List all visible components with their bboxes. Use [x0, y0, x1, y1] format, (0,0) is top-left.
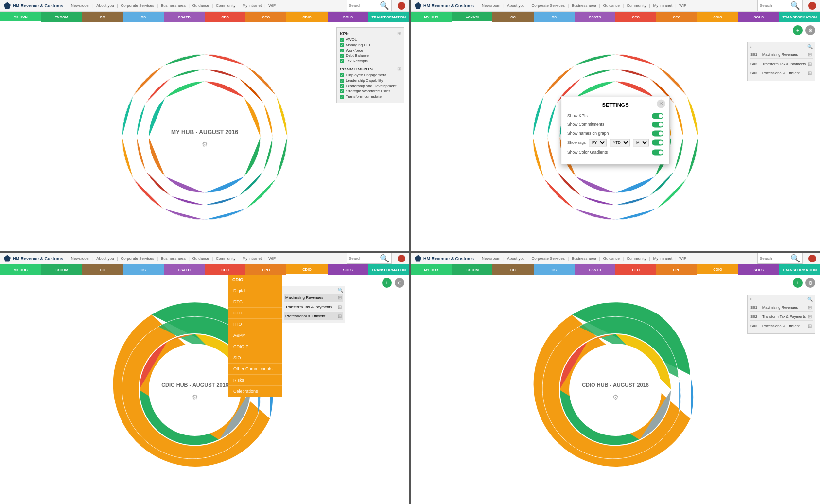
tab-cpo-br[interactable]: CPO: [656, 264, 697, 275]
tab-cdio[interactable]: CDIO: [286, 12, 327, 22]
nav-newsroom-bl[interactable]: Newsroom: [71, 256, 89, 261]
toggle-gradients[interactable]: [652, 149, 663, 155]
dropdown-item-other[interactable]: Other Commitments: [228, 364, 282, 375]
nav-guidance-bl[interactable]: Guidance: [192, 256, 209, 261]
tab-cfo-tr[interactable]: CFO: [615, 12, 656, 22]
nav-about[interactable]: About you: [96, 3, 114, 8]
kpis-expand-icon[interactable]: ⊞: [397, 31, 401, 36]
nav-community-bl[interactable]: Community: [216, 256, 235, 261]
tab-sols-br[interactable]: SOLS: [738, 264, 779, 275]
submenu-plus-maximising[interactable]: ⊞: [338, 295, 342, 300]
action-btn-plus-br[interactable]: +: [793, 278, 803, 288]
action-btn-settings-br[interactable]: ⚙: [805, 278, 815, 288]
nav-newsroom[interactable]: Newsroom: [71, 3, 89, 8]
tab-cpo-bl[interactable]: CPO: [245, 264, 286, 275]
nav-guidance-br[interactable]: Guidance: [603, 256, 620, 261]
tab-cc-br[interactable]: CC: [492, 264, 533, 275]
settings-close-button[interactable]: ×: [657, 99, 665, 108]
tab-cdio-br[interactable]: CDIO: [697, 264, 738, 275]
nav-corp[interactable]: Corporate Services: [121, 3, 154, 8]
nav-business-br[interactable]: Business area: [572, 256, 596, 261]
toggle-names[interactable]: [652, 130, 663, 136]
tab-cdio-tr[interactable]: CDIO: [697, 12, 738, 22]
nav-wip-br[interactable]: WIP: [679, 256, 686, 261]
action-btn-settings-tr[interactable]: ⚙: [805, 25, 815, 35]
search-input[interactable]: [349, 3, 378, 8]
s03-expand-br[interactable]: ⊞: [808, 323, 812, 329]
tab-myhub-br[interactable]: MY HUB: [411, 264, 452, 275]
tab-excom-bl[interactable]: EXCOM: [41, 264, 82, 275]
tab-transformation-tr[interactable]: TRANSFORMATION: [779, 12, 820, 22]
nav-corp-bl[interactable]: Corporate Services: [121, 256, 154, 261]
nav-intranet[interactable]: My intranet: [243, 3, 262, 8]
search-bar-br[interactable]: 🔍: [757, 253, 803, 264]
nav-wip-tr[interactable]: WIP: [679, 3, 686, 8]
s-legend-search-icon-br[interactable]: 🔍: [807, 297, 813, 302]
tab-excom-tr[interactable]: EXCOM: [452, 12, 492, 22]
settings-select-m[interactable]: M: [633, 139, 649, 146]
nav-business-tr[interactable]: Business area: [572, 3, 596, 8]
tab-sols[interactable]: SOLS: [328, 12, 368, 22]
nav-intranet-br[interactable]: My intranet: [653, 256, 673, 261]
tab-cc-bl[interactable]: CC: [82, 264, 122, 275]
search-input-br[interactable]: [760, 256, 789, 261]
dropdown-item-dtg[interactable]: DTG: [228, 296, 282, 308]
dropdown-item-cdiop[interactable]: CDIO-P: [228, 341, 282, 352]
nav-about-bl[interactable]: About you: [96, 256, 114, 261]
action-btn-settings-bl[interactable]: ⚙: [395, 278, 404, 288]
s01-expand-br[interactable]: ⊞: [808, 305, 812, 310]
search-input-bl[interactable]: [349, 256, 378, 261]
tab-cs[interactable]: CS: [123, 12, 164, 22]
tab-cstd[interactable]: CS&TD: [164, 12, 205, 22]
tab-sols-tr[interactable]: SOLS: [738, 12, 779, 22]
dropdown-item-digital[interactable]: Digital: [228, 285, 282, 296]
nav-wip[interactable]: WIP: [268, 3, 276, 8]
submenu-item-professional[interactable]: Professional & Efficient ⊞: [284, 312, 343, 320]
tab-transformation-bl[interactable]: TRANSFORMATION: [368, 264, 409, 275]
settings-select-ytd[interactable]: YTD: [610, 139, 630, 146]
tab-myhub-tr[interactable]: MY HUB: [411, 12, 452, 22]
dropdown-item-sio[interactable]: SIO: [228, 352, 282, 364]
dropdown-item-itio[interactable]: ITIO: [228, 319, 282, 330]
tab-cs-bl[interactable]: CS: [123, 264, 164, 275]
nav-about-tr[interactable]: About you: [507, 3, 524, 8]
dropdown-item-apm[interactable]: A&PM: [228, 330, 282, 341]
nav-newsroom-tr[interactable]: Newsroom: [482, 3, 500, 8]
nav-business-bl[interactable]: Business area: [161, 256, 186, 261]
tab-transformation-br[interactable]: TRANSFORMATION: [779, 264, 820, 275]
tab-cstd-br[interactable]: CS&TD: [575, 264, 615, 275]
s02-expand-br[interactable]: ⊞: [808, 314, 812, 319]
tab-excom[interactable]: EXCOM: [41, 12, 82, 22]
tab-cfo[interactable]: CFO: [205, 12, 245, 22]
s03-expand[interactable]: ⊞: [808, 70, 812, 76]
nav-community-tr[interactable]: Community: [627, 3, 646, 8]
nav-community-br[interactable]: Community: [627, 256, 646, 261]
tab-cc-tr[interactable]: CC: [492, 12, 533, 22]
nav-business[interactable]: Business area: [161, 3, 186, 8]
tab-cpo[interactable]: CPO: [245, 12, 286, 22]
dropdown-item-celebrations[interactable]: Celebrations: [228, 386, 282, 397]
nav-about-br[interactable]: About you: [507, 256, 524, 261]
tab-cstd-bl[interactable]: CS&TD: [164, 264, 205, 275]
search-bar-bl[interactable]: 🔍: [347, 253, 392, 264]
nav-corp-br[interactable]: Corporate Services: [531, 256, 564, 261]
toggle-rags[interactable]: [652, 139, 663, 145]
search-bar[interactable]: 🔍: [347, 0, 392, 11]
submenu-item-transform[interactable]: Transform Tax & Payments ⊞: [284, 303, 343, 311]
toggle-kpis[interactable]: [652, 113, 663, 119]
nav-guidance-tr[interactable]: Guidance: [603, 3, 620, 8]
tab-cfo-bl[interactable]: CFO: [205, 264, 245, 275]
dropdown-item-ctd[interactable]: CTD: [228, 308, 282, 319]
action-btn-plus-bl[interactable]: +: [382, 278, 392, 288]
tab-myhub[interactable]: MY HUB: [0, 12, 41, 22]
nav-wip-bl[interactable]: WIP: [268, 256, 276, 261]
tab-cdio-bl[interactable]: CDIO: [286, 264, 327, 275]
tab-cc[interactable]: CC: [82, 12, 122, 22]
submenu-search-icon[interactable]: 🔍: [338, 288, 343, 293]
nav-community[interactable]: Community: [216, 3, 235, 8]
tab-excom-br[interactable]: EXCOM: [452, 264, 492, 275]
submenu-item-maximising[interactable]: Maximising Revenues ⊞: [284, 294, 343, 302]
search-input-tr[interactable]: [760, 3, 789, 8]
s-legend-search-icon[interactable]: 🔍: [807, 44, 813, 49]
settings-select-fy[interactable]: FY: [589, 139, 607, 146]
